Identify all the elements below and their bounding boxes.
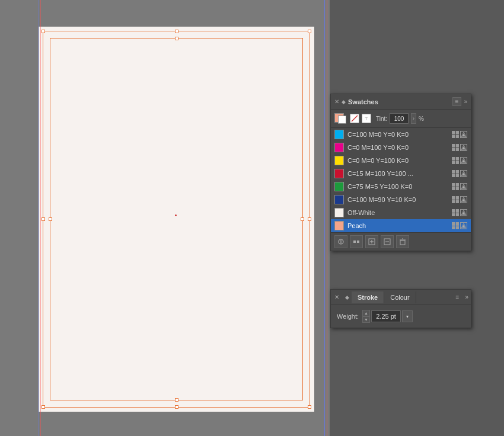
swatch-right-icons xyxy=(452,157,467,164)
stroke-panel: ✕ ◆ Stroke Colour ≡ » Weight: ▲ ▼ ▾ xyxy=(330,289,471,328)
swatch-color-preview xyxy=(334,169,344,178)
swatch-gamut-icon xyxy=(460,144,467,151)
swatch-cmyk-icon xyxy=(452,222,459,229)
canvas-page xyxy=(39,27,314,412)
swatch-name: C=15 M=100 Y=100 ... xyxy=(347,170,448,177)
svg-line-0 xyxy=(352,116,358,121)
swatch-color-preview xyxy=(334,156,344,165)
swatch-cmyk-icon xyxy=(452,196,459,203)
svg-rect-20 xyxy=(357,241,359,243)
guide-right-blue xyxy=(324,0,325,436)
swatch-gamut-icon xyxy=(460,131,467,138)
svg-rect-26 xyxy=(400,241,405,245)
tint-label: Tint: xyxy=(376,116,387,122)
swatch-gamut-icon xyxy=(460,222,467,229)
swatch-gamut-icon xyxy=(460,196,467,203)
svg-rect-19 xyxy=(353,241,356,243)
swatches-list[interactable]: C=100 M=0 Y=0 K=0C=0 M=100 Y=0 K=0C=0 M=… xyxy=(331,128,471,232)
swatch-name: C=75 M=5 Y=100 K=0 xyxy=(347,183,448,190)
stroke-collapse-btn[interactable]: » xyxy=(462,291,471,303)
swatches-collapse-btn[interactable]: » xyxy=(464,98,467,105)
tab-colour[interactable]: Colour xyxy=(384,291,416,303)
swatch-name: C=100 M=90 Y=10 K=0 xyxy=(347,196,448,203)
swatches-title: Swatches xyxy=(348,98,378,105)
none-color-btn[interactable] xyxy=(350,114,359,123)
swatches-panel: ✕ ◆ Swatches ≡ » xyxy=(330,94,471,251)
swatch-row[interactable]: C=0 M=0 Y=100 K=0 xyxy=(331,154,471,167)
weight-input[interactable] xyxy=(371,310,401,322)
swatch-color-preview xyxy=(334,221,344,230)
swatch-color-preview xyxy=(334,208,344,217)
fill-stroke-icon[interactable] xyxy=(334,112,347,125)
stroke-diamond-icon: ◆ xyxy=(343,294,352,300)
stroke-close-icon[interactable]: ✕ xyxy=(331,291,343,303)
tab-stroke[interactable]: Stroke xyxy=(352,291,384,303)
canvas-area xyxy=(0,0,332,436)
paper-color-btn[interactable]: T xyxy=(362,114,371,123)
stroke-panel-header: ✕ ◆ Stroke Colour ≡ » xyxy=(331,290,471,305)
swatch-cmyk-icon xyxy=(452,157,459,164)
swatch-name: Off-White xyxy=(347,209,448,216)
swatch-cmyk-icon xyxy=(452,131,459,138)
swatch-gamut-icon xyxy=(460,157,467,164)
swatch-row[interactable]: C=0 M=100 Y=0 K=0 xyxy=(331,141,471,154)
weight-down-arrow[interactable]: ▼ xyxy=(362,316,370,323)
swatch-row[interactable]: C=75 M=5 Y=100 K=0 xyxy=(331,180,471,193)
weight-up-arrow[interactable]: ▲ xyxy=(362,310,370,316)
weight-spinner: ▲ ▼ ▾ xyxy=(362,310,413,323)
swatches-toolbar xyxy=(331,232,471,251)
tint-row: T Tint: › % xyxy=(331,110,471,128)
new-swatch-btn[interactable] xyxy=(365,235,378,248)
swatch-row[interactable]: C=100 M=90 Y=10 K=0 xyxy=(331,193,471,206)
tint-input[interactable] xyxy=(390,113,409,124)
weight-label: Weight: xyxy=(337,313,359,320)
swatches-diamond-icon: ◆ xyxy=(342,99,346,105)
weight-arrows[interactable]: ▲ ▼ xyxy=(362,310,370,323)
swatch-name: C=100 M=0 Y=0 K=0 xyxy=(347,131,448,138)
tint-arrow-btn[interactable]: › xyxy=(411,113,416,124)
swatch-row[interactable]: C=100 M=0 Y=0 K=0 xyxy=(331,128,471,141)
swatch-right-icons xyxy=(452,196,467,203)
weight-unit-arrow: ▾ xyxy=(406,314,409,319)
center-dot xyxy=(175,214,177,216)
stroke-content: Weight: ▲ ▼ ▾ xyxy=(331,305,471,328)
swatch-row[interactable]: Peach xyxy=(331,219,471,232)
swatch-cmyk-icon xyxy=(452,209,459,216)
swatch-cmyk-icon xyxy=(452,144,459,151)
swatch-right-icons xyxy=(452,183,467,190)
swatch-gamut-icon xyxy=(460,170,467,177)
delete-swatch-btn[interactable] xyxy=(396,235,409,248)
swatch-cmyk-icon xyxy=(452,183,459,190)
swatch-name: C=0 M=0 Y=100 K=0 xyxy=(347,157,448,164)
swatch-color-preview xyxy=(334,195,344,204)
panel-header-left: ✕ ◆ Swatches xyxy=(334,98,378,105)
swatch-right-icons xyxy=(452,144,467,151)
swatch-right-icons xyxy=(452,209,467,216)
swatch-gamut-icon xyxy=(460,209,467,216)
new-color-group-btn[interactable] xyxy=(334,235,347,248)
swatch-right-icons xyxy=(452,222,467,229)
swatch-color-preview xyxy=(334,130,344,139)
guide-left-blue xyxy=(39,0,39,436)
merge-swatches-btn[interactable] xyxy=(350,235,363,248)
swatch-name: Peach xyxy=(347,222,448,229)
swatch-name: C=0 M=100 Y=0 K=0 xyxy=(347,144,448,151)
swatch-options-btn[interactable] xyxy=(381,235,394,248)
swatch-gamut-icon xyxy=(460,183,467,190)
swatch-row[interactable]: Off-White xyxy=(331,206,471,219)
swatch-row[interactable]: C=15 M=100 Y=100 ... xyxy=(331,167,471,180)
swatch-cmyk-icon xyxy=(452,170,459,177)
swatch-right-icons xyxy=(452,131,467,138)
weight-unit-dropdown[interactable]: ▾ xyxy=(402,310,413,322)
none-indicator xyxy=(338,112,344,118)
swatches-menu-btn[interactable]: ≡ xyxy=(452,97,462,106)
swatch-color-preview xyxy=(334,143,344,152)
swatches-close-icon[interactable]: ✕ xyxy=(334,98,339,105)
guide-right-red xyxy=(327,0,327,436)
guide-left-red xyxy=(40,0,41,436)
swatch-right-icons xyxy=(452,170,467,177)
swatch-color-preview xyxy=(334,182,344,191)
percent-label: % xyxy=(419,116,424,122)
swatches-panel-header: ✕ ◆ Swatches ≡ » xyxy=(331,94,471,110)
stroke-menu-btn[interactable]: ≡ xyxy=(452,291,463,303)
